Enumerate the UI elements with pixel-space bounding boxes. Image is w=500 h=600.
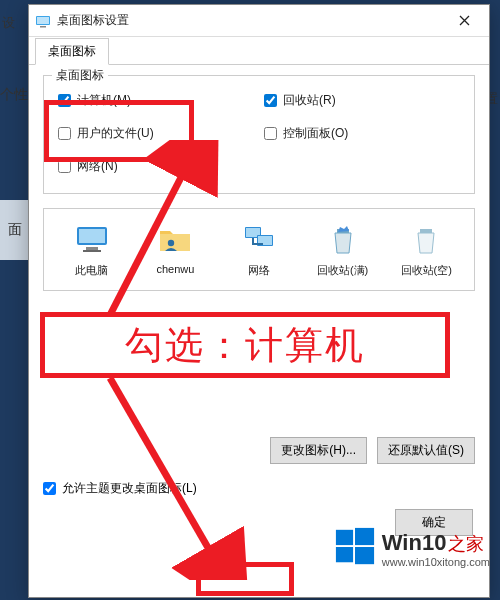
checkbox-ctrlpanel[interactable]: 控制面板(O) [264,125,460,142]
background-tab-text: 个性 [0,86,28,104]
tab-strip: 桌面图标 [29,37,489,65]
svg-rect-1 [37,17,49,24]
icon-item-label: 此电脑 [75,263,108,278]
icon-item-thispc[interactable]: 此电脑 [56,221,128,278]
desktop-icons-group: 桌面图标 计算机(M) 回收站(R) 用户的文件(U) 控制面板(O) [43,75,475,194]
checkbox-network-input[interactable] [58,160,71,173]
svg-point-7 [168,240,174,246]
icon-item-label: chenwu [156,263,194,275]
checkbox-network[interactable]: 网络(N) [58,158,254,175]
group-label: 桌面图标 [52,67,108,84]
svg-rect-5 [86,247,98,250]
restore-defaults-button[interactable]: 还原默认值(S) [377,437,475,464]
svg-rect-17 [355,547,374,564]
icon-item-label: 网络 [248,263,270,278]
svg-rect-16 [336,547,353,562]
checkbox-network-label: 网络(N) [77,158,118,175]
svg-rect-14 [336,530,353,545]
checkbox-ctrlpanel-input[interactable] [264,127,277,140]
allow-themes-input[interactable] [43,482,56,495]
icon-item-network[interactable]: 网络 [223,221,295,278]
thispc-icon [74,221,110,257]
watermark: Win10之家 www.win10xitong.com [334,526,490,572]
background-text: 设 [2,14,15,32]
dialog-icon [35,13,51,29]
icon-preview-grid: 此电脑 chenwu 网络 回收站(满) [43,208,475,291]
dialog-title: 桌面图标设置 [57,12,445,29]
svg-rect-6 [83,250,101,252]
checkbox-computer-input[interactable] [58,94,71,107]
svg-rect-2 [40,26,46,28]
allow-themes-label: 允许主题更改桌面图标(L) [62,480,197,497]
change-icon-button[interactable]: 更改图标(H)... [270,437,367,464]
titlebar: 桌面图标设置 [29,5,489,37]
checkbox-userfiles[interactable]: 用户的文件(U) [58,125,254,142]
checkbox-computer-label: 计算机(M) [77,92,131,109]
checkbox-recycle-input[interactable] [264,94,277,107]
checkbox-recycle[interactable]: 回收站(R) [264,92,460,109]
svg-rect-13 [420,229,432,233]
watermark-title: Win10之家 [382,530,490,556]
checkbox-ctrlpanel-label: 控制面板(O) [283,125,348,142]
windows-logo-icon [334,526,376,572]
checkbox-userfiles-input[interactable] [58,127,71,140]
allow-themes-checkbox[interactable]: 允许主题更改桌面图标(L) [43,480,475,497]
checkbox-recycle-label: 回收站(R) [283,92,336,109]
icon-item-label: 回收站(空) [401,263,452,278]
icon-item-recyclefull[interactable]: 回收站(满) [307,221,379,278]
background-strip: 面 [0,200,30,260]
checkbox-userfiles-label: 用户的文件(U) [77,125,154,142]
recyclefull-icon [325,221,361,257]
icon-item-recycleempty[interactable]: 回收站(空) [390,221,462,278]
userfolder-icon [157,221,193,257]
tab-desktop-icons[interactable]: 桌面图标 [35,38,109,65]
icon-item-userfolder[interactable]: chenwu [139,221,211,278]
icon-item-label: 回收站(满) [317,263,368,278]
checkbox-computer[interactable]: 计算机(M) [58,92,254,109]
recycleempty-icon [408,221,444,257]
close-button[interactable] [445,6,483,36]
annotation-callout: 勾选：计算机 [40,312,450,378]
watermark-url: www.win10xitong.com [382,556,490,568]
desktop-icon-settings-dialog: 桌面图标设置 桌面图标 桌面图标 计算机(M) 回收站(R) 用户的文件(U) [28,4,490,598]
svg-rect-4 [79,229,105,243]
network-icon [241,221,277,257]
svg-rect-15 [355,528,374,545]
